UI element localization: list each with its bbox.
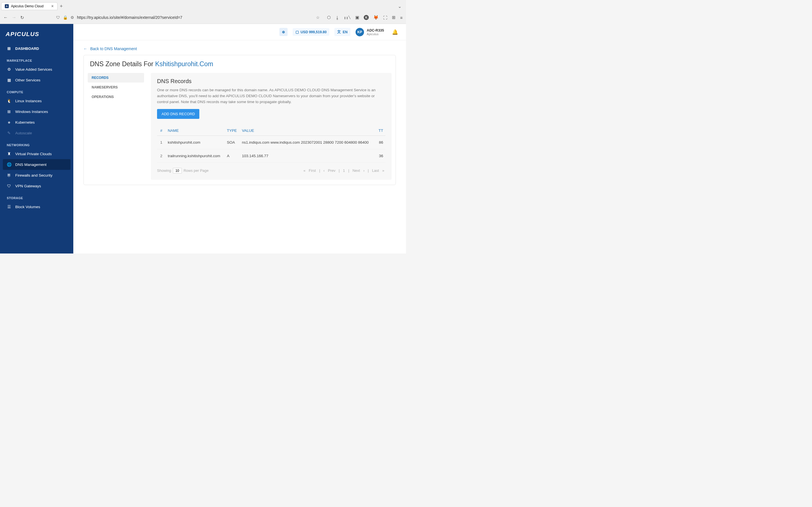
bell-icon[interactable]: 🔔: [392, 29, 398, 35]
cell-ttl: 86: [376, 135, 386, 149]
table-header-row: # NAME TYPE VALUE TT: [157, 126, 386, 136]
table-row[interactable]: 1 kshitishpurohit.com SOA ns1.indiqus.co…: [157, 135, 386, 149]
grid-icon: ▦: [7, 78, 11, 82]
pager-last[interactable]: Last: [372, 168, 379, 173]
cell-idx: 1: [157, 135, 165, 149]
pager-prev[interactable]: Prev: [328, 168, 336, 173]
pocket-icon[interactable]: ⬡: [327, 15, 331, 20]
tab-title: Apiculus Demo Cloud: [11, 4, 43, 8]
region-selector[interactable]: ⊕: [280, 28, 288, 36]
pager: Showing Rows per Page « First | ‹ Prev: [157, 168, 386, 173]
sidebar-item-dns[interactable]: 🌐 DNS Management: [3, 159, 70, 170]
tab-bar: A Apiculus Demo Cloud ✕ + ⌄: [0, 0, 406, 11]
star-icon[interactable]: ☆: [316, 15, 320, 20]
tab-overflow-icon[interactable]: ⌄: [398, 4, 402, 9]
sidebar-item-vas[interactable]: ⚙ Value Added Services: [0, 64, 73, 75]
chevron-left-icon[interactable]: ‹: [323, 168, 324, 173]
user-menu[interactable]: KP ADC-R335 Apiculus: [356, 28, 384, 36]
balance-text: USD 999,519.80: [301, 30, 326, 34]
cell-ttl: 36: [376, 149, 386, 163]
cell-name: trailrunning.kshitishpurohit.com: [165, 149, 225, 163]
browser-toolbar: ⬡ ⭳ ⫾⫾⧹ ▣ K 🦊 ⛶ ⊞ ≡: [327, 15, 403, 20]
col-ttl[interactable]: TT: [376, 126, 386, 136]
col-idx[interactable]: #: [157, 126, 165, 136]
sidebar-header-storage: STORAGE: [0, 191, 73, 202]
lock-icon: 🔒: [63, 15, 68, 20]
library-icon[interactable]: ⫾⫾⧹: [344, 15, 351, 20]
pager-left: Showing Rows per Page: [157, 168, 209, 173]
col-value[interactable]: VALUE: [240, 126, 376, 136]
dns-zone-card: DNS Zone Details For Kshitishpurohit.Com…: [84, 55, 396, 185]
metamask-icon[interactable]: 🦊: [373, 15, 378, 20]
back-icon[interactable]: ←: [3, 15, 8, 20]
app: APICULUS ⊞ DASHBOARD MARKETPLACE ⚙ Value…: [0, 24, 406, 253]
subnav-nameservers[interactable]: NAMESERVERS: [88, 82, 144, 92]
sidebar-item-label: Value Added Services: [15, 67, 52, 71]
storage-icon: ☰: [7, 205, 11, 209]
services-icon: ⚙: [7, 67, 11, 71]
shield-icon: 🛡: [56, 15, 60, 20]
sidebar-item-block[interactable]: ☰ Block Volumes: [0, 202, 73, 212]
subnav-operations[interactable]: OPERATIONS: [88, 92, 144, 102]
sidebar-item-vpn[interactable]: 🛡 VPN Gateways: [0, 180, 73, 191]
sidebar-item-windows[interactable]: ⊞ Windows Instances: [0, 106, 73, 117]
firewall-icon: ⛨: [7, 173, 11, 177]
back-link[interactable]: ← Back to DNS Management: [84, 45, 396, 55]
dns-table-wrap: # NAME TYPE VALUE TT 1: [157, 126, 386, 173]
browser-chrome: A Apiculus Demo Cloud ✕ + ⌄ ← → ↻ 🛡 🔒 ⚙ …: [0, 0, 406, 24]
add-dns-record-button[interactable]: ADD DNS RECORD: [157, 109, 199, 119]
nav-bar: ← → ↻ 🛡 🔒 ⚙ https://try.apiculus.io/site…: [0, 11, 406, 24]
user-name: ADC-R335: [367, 29, 384, 33]
pager-right: « First | ‹ Prev | 1 | Next ›: [302, 168, 386, 173]
sidebar-item-dashboard[interactable]: ⊞ DASHBOARD: [0, 43, 73, 54]
windows-icon: ⊞: [7, 109, 11, 114]
reload-icon[interactable]: ↻: [20, 15, 24, 20]
panel-description: One or more DNS records can be managed f…: [157, 87, 386, 105]
pager-next[interactable]: Next: [352, 168, 360, 173]
col-type[interactable]: TYPE: [225, 126, 240, 136]
sidebar-item-firewall[interactable]: ⛨ Firewalls and Security: [0, 170, 73, 180]
browser-tab[interactable]: A Apiculus Demo Cloud ✕: [1, 2, 57, 10]
table-row[interactable]: 2 trailrunning.kshitishpurohit.com A 103…: [157, 149, 386, 163]
rows-per-page-input[interactable]: [173, 168, 182, 173]
chevron-left-icon[interactable]: «: [303, 168, 305, 173]
chevron-right-icon[interactable]: ›: [363, 168, 364, 173]
forward-icon[interactable]: →: [12, 15, 16, 20]
avatar: KP: [356, 28, 364, 36]
panel-heading: DNS Records: [157, 78, 386, 84]
sidebar-header-compute: COMPUTE: [0, 86, 73, 96]
close-icon[interactable]: ✕: [51, 4, 54, 8]
url-bar[interactable]: 🛡 🔒 ⚙ https://try.apiculus.io/site/#/dom…: [56, 15, 320, 20]
extension-k-icon[interactable]: K: [364, 15, 369, 20]
sidebar-header-networking: NETWORKING: [0, 138, 73, 149]
arrow-left-icon: ←: [84, 47, 87, 51]
sidebar-item-other[interactable]: ▦ Other Services: [0, 75, 73, 86]
sidebar-item-label: Windows Instances: [15, 110, 48, 114]
content: ← Back to DNS Management DNS Zone Detail…: [73, 40, 406, 253]
settings-toggle-icon: ⚙: [70, 15, 74, 20]
balance-display[interactable]: ▢ USD 999,519.80: [293, 28, 329, 36]
sidebar-item-vpc[interactable]: ♜ Virtual Private Clouds: [0, 149, 73, 159]
puzzle-icon[interactable]: ⊞: [392, 15, 396, 20]
sidebar-item-label: Block Volumes: [15, 205, 40, 209]
sidebar-header-marketplace: MARKETPLACE: [0, 54, 73, 64]
chevron-right-icon[interactable]: »: [382, 168, 384, 173]
reader-icon[interactable]: ▣: [355, 15, 359, 20]
logo: APICULUS: [0, 24, 73, 43]
sidebar-item-linux[interactable]: 🐧 Linux Instances: [0, 96, 73, 106]
back-link-text: Back to DNS Management: [90, 47, 137, 51]
globe-icon: ⊕: [282, 30, 285, 34]
download-icon[interactable]: ⭳: [335, 15, 340, 20]
subnav-records[interactable]: RECORDS: [88, 73, 144, 82]
new-tab-button[interactable]: +: [60, 3, 63, 9]
crop-icon[interactable]: ⛶: [383, 15, 388, 20]
cell-name: kshitishpurohit.com: [165, 135, 225, 149]
sidebar-item-kubernetes[interactable]: ⎈ Kubernetes: [0, 117, 73, 128]
subnav: RECORDS NAMESERVERS OPERATIONS: [88, 73, 144, 180]
menu-icon[interactable]: ≡: [400, 15, 403, 20]
title-prefix: DNS Zone Details For: [90, 60, 155, 68]
col-name[interactable]: NAME: [165, 126, 225, 136]
dns-table: # NAME TYPE VALUE TT 1: [157, 126, 386, 163]
pager-first[interactable]: First: [309, 168, 316, 173]
language-selector[interactable]: 文 EN: [335, 28, 350, 36]
